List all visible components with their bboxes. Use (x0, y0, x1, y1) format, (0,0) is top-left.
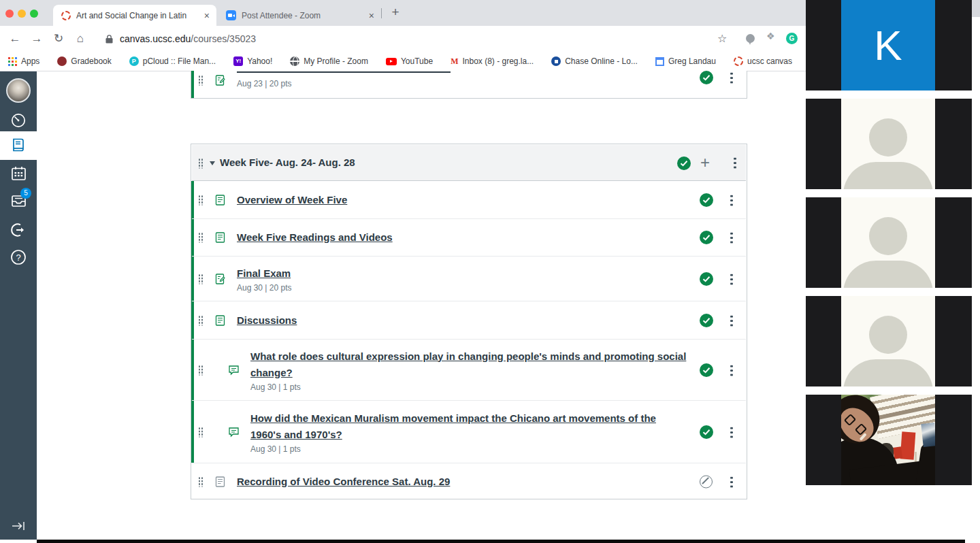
drag-handle-icon[interactable] (198, 427, 203, 437)
module-week-five: Week Five- Aug. 24- Aug. 28 + Overview o… (191, 144, 747, 499)
home-button[interactable]: ⌂ (72, 31, 88, 46)
module-item: Recording of Video Conference Sat. Aug. … (192, 463, 746, 499)
published-check-icon[interactable] (700, 314, 713, 327)
published-check-icon[interactable] (700, 425, 713, 439)
reload-button[interactable]: ↻ (50, 31, 67, 46)
published-check-icon[interactable] (700, 193, 713, 207)
bookmark-yahoo[interactable]: Y!Yahoo! (233, 56, 272, 66)
drag-handle-icon[interactable] (198, 233, 203, 243)
module-item: How did the Mexican Muralism movement im… (192, 401, 746, 463)
bookmark-zoom-profile[interactable]: My Profile - Zoom (290, 56, 368, 66)
drag-handle-icon[interactable] (198, 274, 203, 284)
module-header[interactable]: Week Five- Aug. 24- Aug. 28 + (192, 145, 746, 181)
address-bar[interactable]: canvas.ucsc.edu/courses/35023 (120, 33, 256, 44)
tab-zoom[interactable]: Post Attendee - Zoom × (218, 5, 381, 26)
module-item-link[interactable]: Week Five Readings and Videos (237, 231, 393, 243)
bookmark-star-icon[interactable]: ☆ (717, 32, 727, 45)
page-icon (214, 232, 226, 244)
item-due-points: Aug 30 | 20 pts (237, 283, 672, 293)
zoom-tile-initial[interactable]: K (806, 0, 972, 90)
kebab-menu-icon[interactable] (730, 194, 733, 206)
nav-inbox[interactable]: 5 (0, 193, 37, 210)
bookmark-inbox[interactable]: MInbox (8) - greg.la... (451, 56, 534, 67)
module-item-link[interactable]: Overview of Week Five (237, 194, 347, 205)
svg-text:?: ? (16, 252, 20, 263)
published-check-icon[interactable] (700, 231, 713, 244)
bookmark-chase[interactable]: Chase Online - Lo... (551, 56, 638, 66)
add-item-button[interactable]: + (700, 154, 710, 171)
forward-button[interactable]: → (29, 31, 45, 46)
module-published-check-icon[interactable] (677, 157, 691, 170)
tab-title: Post Attendee - Zoom (242, 11, 362, 20)
drag-handle-icon[interactable] (198, 315, 203, 325)
drag-handle-icon[interactable] (198, 365, 203, 375)
zoom-tile-avatar[interactable] (806, 296, 972, 386)
published-check-icon[interactable] (700, 363, 713, 377)
kebab-menu-icon[interactable] (730, 426, 733, 438)
module-item-link[interactable]: What role does cultural expression play … (250, 350, 686, 378)
lock-icon[interactable] (105, 35, 113, 44)
gmail-icon: M (451, 56, 458, 67)
kebab-menu-icon[interactable] (730, 314, 733, 327)
tab-bar: Art and Social Change in Latin × Post At… (0, 0, 806, 26)
module-item-link[interactable]: How did the Mexican Muralism movement im… (250, 412, 656, 440)
nav-help[interactable]: ? (0, 248, 37, 266)
back-button[interactable]: ← (7, 31, 23, 46)
close-tab-icon[interactable]: × (369, 11, 374, 20)
collapse-module-caret-icon[interactable] (210, 161, 215, 165)
gradebook-icon (57, 56, 67, 66)
canvas-global-nav: 5 ? (0, 71, 37, 540)
screen: Art and Social Change in Latin × Post At… (0, 0, 980, 543)
expand-nav-button[interactable] (0, 519, 37, 533)
apps-grid-icon (8, 57, 17, 66)
published-check-icon[interactable] (700, 71, 713, 84)
bookmark-ucsc-canvas[interactable]: ucsc canvas (734, 56, 792, 66)
drag-handle-icon[interactable] (198, 159, 203, 169)
account-avatar[interactable] (0, 78, 37, 103)
drag-handle-icon[interactable] (198, 76, 203, 86)
module-item-link[interactable]: Discussions (237, 314, 297, 326)
kebab-menu-icon[interactable] (730, 273, 733, 285)
nav-courses-active[interactable] (0, 131, 37, 160)
kebab-menu-icon[interactable] (730, 231, 733, 244)
bookmark-apps[interactable]: Apps (8, 56, 39, 66)
canvas-icon (734, 56, 743, 66)
fullscreen-window-button[interactable] (30, 10, 38, 18)
new-tab-button[interactable]: + (387, 3, 404, 21)
published-check-icon[interactable] (700, 272, 713, 286)
avatar-silhouette-icon (869, 217, 907, 255)
bookmarks-bar: Apps Gradebook PpCloud :: File Man... Y!… (0, 52, 806, 71)
zoom-tile-video[interactable] (806, 395, 972, 485)
kebab-menu-icon[interactable] (730, 364, 733, 376)
bookmark-gradebook[interactable]: Gradebook (57, 56, 111, 66)
screen-edge (972, 0, 980, 17)
module-item: Overview of Week Five (192, 181, 746, 218)
kebab-menu-icon[interactable] (730, 71, 733, 84)
module-item-link[interactable]: Final Exam (237, 267, 291, 279)
bookmark-pcloud[interactable]: PpCloud :: File Man... (129, 56, 216, 66)
extension-icon[interactable] (746, 34, 755, 43)
tab-canvas[interactable]: Art and Social Change in Latin × (53, 5, 216, 26)
browser-toolbar: ← → ↻ ⌂ canvas.ucsc.edu/courses/35023 ☆ … (0, 26, 806, 52)
canvas-icon (61, 11, 71, 20)
participant-initial: K (874, 21, 902, 69)
minimize-window-button[interactable] (18, 10, 26, 18)
nav-dashboard[interactable] (0, 111, 37, 129)
unpublished-icon[interactable] (700, 475, 713, 488)
drag-handle-icon[interactable] (198, 195, 203, 205)
grammarly-icon[interactable]: G (786, 33, 798, 44)
drag-handle-icon[interactable] (198, 476, 203, 487)
module-kebab-menu-icon[interactable] (734, 157, 736, 169)
zoom-tile-avatar[interactable] (806, 197, 972, 288)
dropbox-extension-icon[interactable]: ❖ (766, 31, 775, 42)
item-due-points: Aug 30 | 1 pts (250, 444, 667, 454)
close-window-button[interactable] (5, 10, 14, 18)
zoom-tile-avatar[interactable] (806, 99, 972, 189)
nav-calendar[interactable] (0, 165, 37, 182)
module-item-link[interactable]: Recording of Video Conference Sat. Aug. … (237, 476, 450, 487)
bookmark-greg-landau[interactable]: Greg Landau (655, 56, 716, 66)
kebab-menu-icon[interactable] (730, 476, 733, 488)
bookmark-youtube[interactable]: YouTube (386, 56, 433, 66)
nav-commons[interactable] (0, 221, 37, 239)
close-tab-icon[interactable]: × (204, 11, 210, 20)
